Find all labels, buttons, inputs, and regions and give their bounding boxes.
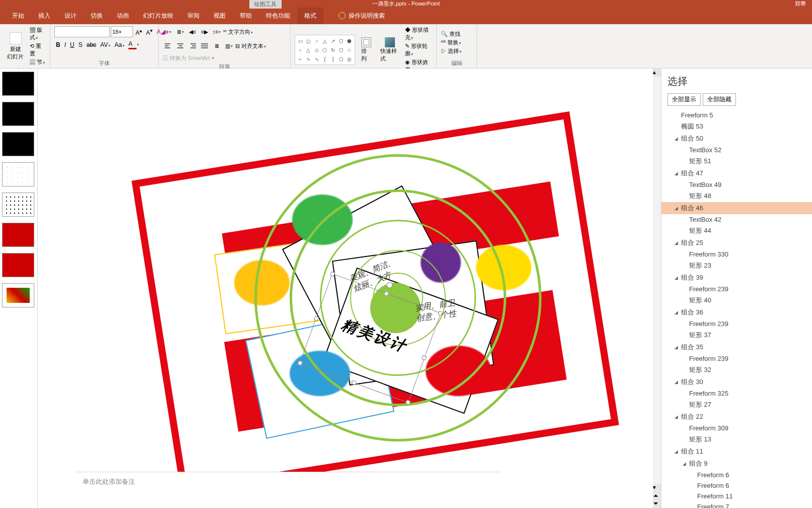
- menu-tab-视图[interactable]: 视图: [207, 8, 233, 24]
- selection-tree-item[interactable]: 矩形 27: [661, 399, 812, 411]
- menu-tab-开始[interactable]: 开始: [5, 8, 31, 24]
- shapes-gallery[interactable]: ▭◻○△↗⬡⬢ ○△◇⬠↻⬡☆ ⌐∿∿{}⬡◎: [295, 35, 355, 65]
- layout-button[interactable]: ▦ 版式▾: [30, 26, 46, 41]
- decrease-font-button[interactable]: A▾: [145, 28, 154, 36]
- selection-tree-item[interactable]: ◢组合 50: [661, 133, 812, 145]
- shadow-button[interactable]: S: [77, 41, 84, 48]
- selection-tree-item[interactable]: Freeform 7: [661, 501, 812, 508]
- selection-tree-item[interactable]: 矩形 48: [661, 190, 812, 202]
- text-direction-button[interactable]: ᴵᴬ 文字方向▾: [223, 28, 253, 36]
- selection-tree-item[interactable]: Freeform 5: [661, 110, 812, 120]
- selection-tree-item[interactable]: Freeform 309: [661, 423, 812, 433]
- selection-tree-item[interactable]: TextBox 42: [661, 214, 812, 225]
- section-button[interactable]: ▤ 节▾: [30, 58, 46, 66]
- align-text-button[interactable]: ⊟ 对齐文本▾: [235, 42, 266, 50]
- reset-button[interactable]: ⟲ 重置: [30, 42, 46, 57]
- font-color-button[interactable]: A▾: [127, 40, 141, 49]
- selection-tree-item[interactable]: ◢组合 30: [661, 376, 812, 388]
- distribute-button[interactable]: ≣: [211, 40, 222, 51]
- slide-thumb[interactable]: [2, 162, 34, 186]
- selection-tree-item[interactable]: 矩形 13: [661, 433, 812, 446]
- selection-tree-item[interactable]: ◢组合 35: [661, 341, 812, 353]
- select-button[interactable]: ▷ 选择▾: [441, 47, 472, 55]
- selection-tree-item[interactable]: ◢组合 25: [661, 237, 812, 249]
- slide-canvas[interactable]: 美观、简洁、 炫丽、大方 实用、前卫 创意、个性 精美设计: [83, 74, 594, 462]
- menu-tab-格式[interactable]: 格式: [297, 8, 323, 24]
- shape-outline-button[interactable]: ✎ 形状轮廓▾: [405, 42, 432, 57]
- user-name[interactable]: 郑華: [795, 0, 806, 8]
- selection-tree-item[interactable]: 矩形 40: [661, 294, 812, 306]
- align-left-button[interactable]: [163, 40, 174, 51]
- bullets-button[interactable]: ≡▾: [163, 26, 174, 37]
- columns-button[interactable]: ▥▾: [223, 40, 234, 51]
- menu-tab-审阅[interactable]: 审阅: [180, 8, 207, 24]
- menu-tab-帮助[interactable]: 帮助: [233, 8, 259, 24]
- selection-tree-item[interactable]: 矩形 51: [661, 155, 812, 167]
- selection-tree-item[interactable]: Freeform 239: [661, 319, 812, 329]
- selection-tree-item[interactable]: 矩形 37: [661, 329, 812, 341]
- selection-tree-item[interactable]: Freeform 6: [661, 480, 812, 491]
- selection-tree-item[interactable]: TextBox 52: [661, 145, 812, 155]
- selection-tree-item[interactable]: Freeform 330: [661, 249, 812, 260]
- selection-tree-item[interactable]: 椭圆 53: [661, 120, 812, 133]
- shape-fill-button[interactable]: ◆ 形状填充▾: [405, 26, 432, 41]
- selection-tree-item[interactable]: Freeform 6: [661, 470, 812, 480]
- show-all-button[interactable]: 全部显示: [667, 93, 701, 106]
- selection-tree-item[interactable]: 矩形 23: [661, 260, 812, 272]
- selection-tree-item[interactable]: Freeform 325: [661, 388, 812, 399]
- menu-tab-切换[interactable]: 切换: [84, 8, 110, 24]
- selection-tree-item[interactable]: 矩形 44: [661, 225, 812, 237]
- font-size-select[interactable]: [111, 26, 133, 37]
- justify-button[interactable]: [199, 40, 210, 51]
- italic-button[interactable]: I: [63, 41, 67, 48]
- selection-tree-item[interactable]: ◢组合 46: [661, 202, 812, 214]
- selection-tree-item[interactable]: ◢组合 22: [661, 411, 812, 423]
- quick-styles-button[interactable]: 快速样式: [377, 36, 402, 64]
- menu-tab-设计[interactable]: 设计: [57, 8, 84, 24]
- bold-button[interactable]: B: [54, 41, 62, 48]
- slide-thumb[interactable]: [2, 283, 34, 307]
- change-case-button[interactable]: Aa▾: [113, 41, 126, 48]
- increase-font-button[interactable]: A▴: [134, 28, 144, 36]
- scroll-down-button[interactable]: ▾: [653, 484, 661, 492]
- selection-tree-item[interactable]: 矩形 32: [661, 364, 812, 376]
- slide-thumbnails-panel[interactable]: [0, 69, 38, 508]
- menu-tab-插入[interactable]: 插入: [31, 8, 57, 24]
- selection-tree-item[interactable]: ◢组合 36: [661, 306, 812, 319]
- selection-tree-item[interactable]: Freeform 239: [661, 284, 812, 294]
- slide-thumb[interactable]: [2, 253, 34, 277]
- slide-thumb[interactable]: [2, 223, 34, 247]
- menu-tab-动画[interactable]: 动画: [110, 8, 136, 24]
- char-spacing-button[interactable]: AV▾: [99, 41, 112, 48]
- decrease-indent-button[interactable]: ◀≡: [187, 26, 198, 37]
- align-center-button[interactable]: [175, 40, 186, 51]
- scroll-up-button[interactable]: ▴: [653, 69, 661, 77]
- increase-indent-button[interactable]: ≡▶: [199, 26, 210, 37]
- find-button[interactable]: 🔍 查找: [441, 30, 472, 38]
- slide-thumb[interactable]: [2, 102, 34, 126]
- align-right-button[interactable]: [187, 40, 198, 51]
- notes-input[interactable]: 单击此处添加备注: [76, 472, 500, 508]
- slide-thumb[interactable]: [2, 72, 34, 96]
- prev-slide-button[interactable]: ⏶: [653, 492, 661, 500]
- vertical-scrollbar[interactable]: ▴ ▾ ⏶ ⏷: [653, 69, 661, 508]
- underline-button[interactable]: U: [69, 41, 76, 48]
- hide-all-button[interactable]: 全部隐藏: [703, 93, 736, 106]
- font-family-select[interactable]: [54, 26, 110, 37]
- new-slide-button[interactable]: 新建 幻灯片: [4, 31, 27, 61]
- slide-thumb[interactable]: [2, 193, 34, 217]
- selection-tree-item[interactable]: ◢组合 39: [661, 272, 812, 284]
- slide-thumb[interactable]: [2, 132, 34, 156]
- slide-canvas-area[interactable]: 美观、简洁、 炫丽、大方 实用、前卫 创意、个性 精美设计 ▴ ▾ ⏶ ⏷ 单击…: [38, 69, 661, 508]
- replace-button[interactable]: ᴬᴮ 替换▾: [441, 39, 472, 46]
- selection-tree-item[interactable]: ◢组合 9: [661, 458, 812, 470]
- strikethrough-button[interactable]: abc: [85, 41, 98, 48]
- selection-tree-item[interactable]: ◢组合 11: [661, 446, 812, 458]
- numbering-button[interactable]: ≣▾: [175, 26, 186, 37]
- selection-tree-item[interactable]: ◢组合 47: [661, 167, 812, 179]
- selection-tree-item[interactable]: Freeform 239: [661, 353, 812, 364]
- menu-tab-特色功能[interactable]: 特色功能: [259, 8, 297, 24]
- line-spacing-button[interactable]: ↕≡▾: [211, 26, 222, 37]
- selection-tree-item[interactable]: TextBox 49: [661, 179, 812, 190]
- tell-me-search[interactable]: 操作说明搜索: [339, 12, 385, 20]
